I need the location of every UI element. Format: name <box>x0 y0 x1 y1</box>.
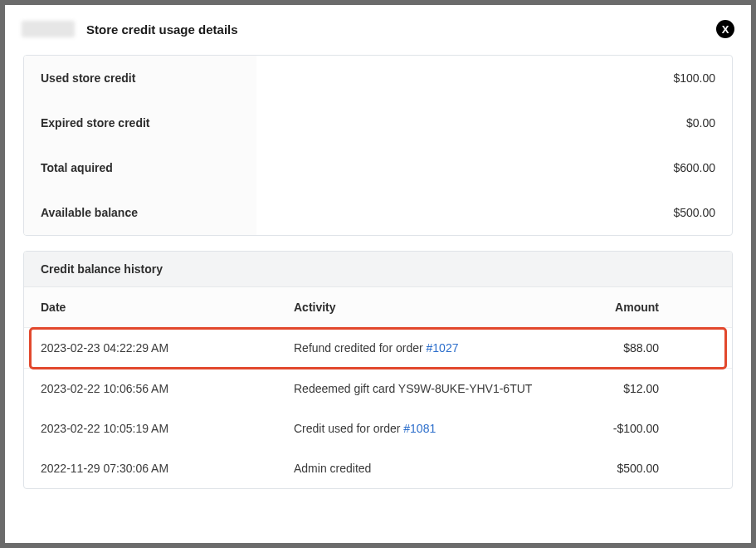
summary-row-acquired: Total aquired $600.00 <box>24 145 732 190</box>
table-row: 2022-11-29 07:30:06 AMAdmin credited$500… <box>24 448 732 488</box>
row-activity: Credit used for order #1081 <box>294 422 559 435</box>
activity-text: Redeemed gift card YS9W-8UKE-YHV1-6TUT <box>294 382 532 395</box>
history-table-header: Date Activity Amount <box>24 287 732 328</box>
modal-header: Store credit usage details X <box>22 20 734 38</box>
store-credit-modal: Store credit usage details X Used store … <box>5 5 751 543</box>
available-balance-value: $500.00 <box>673 206 715 219</box>
summary-row-available: Available balance $500.00 <box>24 190 732 235</box>
modal-title: Store credit usage details <box>86 22 238 37</box>
total-acquired-label: Total aquired <box>41 161 113 174</box>
expired-credit-label: Expired store credit <box>41 116 150 130</box>
close-icon: X <box>722 24 729 35</box>
summary-row-expired: Expired store credit $0.00 <box>24 100 732 145</box>
available-balance-label: Available balance <box>41 206 138 219</box>
activity-text: Credit used for order <box>294 422 403 435</box>
history-title: Credit balance history <box>24 252 732 287</box>
summary-card: Used store credit $100.00 Expired store … <box>23 55 733 236</box>
history-card: Credit balance history Date Activity Amo… <box>23 251 733 489</box>
row-date: 2022-11-29 07:30:06 AM <box>41 462 294 475</box>
history-row: 2023-02-22 10:06:56 AMRedeemed gift card… <box>24 369 732 409</box>
used-credit-value: $100.00 <box>673 71 715 85</box>
row-activity: Admin credited <box>294 462 559 475</box>
history-table: Date Activity Amount 2023-02-23 04:22:29… <box>24 287 732 488</box>
history-table-body: 2023-02-23 04:22:29 AMRefund credited fo… <box>24 328 732 488</box>
column-header-activity: Activity <box>294 301 559 314</box>
column-header-date: Date <box>41 301 294 314</box>
close-button[interactable]: X <box>716 20 734 38</box>
row-date: 2023-02-22 10:06:56 AM <box>41 382 294 395</box>
row-amount: $500.00 <box>559 462 659 475</box>
total-acquired-value: $600.00 <box>673 161 715 174</box>
column-header-amount: Amount <box>559 301 659 314</box>
logo <box>22 21 75 37</box>
used-credit-label: Used store credit <box>41 71 135 85</box>
order-link[interactable]: #1081 <box>403 422 436 435</box>
summary-row-used: Used store credit $100.00 <box>24 56 732 100</box>
history-row: 2023-02-22 10:05:19 AMCredit used for or… <box>24 409 732 448</box>
table-row: 2023-02-23 04:22:29 AMRefund credited fo… <box>24 328 732 369</box>
row-amount: $12.00 <box>559 382 659 395</box>
modal-header-left: Store credit usage details <box>22 21 238 37</box>
history-row: 2022-11-29 07:30:06 AMAdmin credited$500… <box>24 448 732 488</box>
row-amount: $88.00 <box>559 341 659 355</box>
row-date: 2023-02-23 04:22:29 AM <box>41 341 294 355</box>
table-row: 2023-02-22 10:06:56 AMRedeemed gift card… <box>24 369 732 409</box>
order-link[interactable]: #1027 <box>427 341 459 355</box>
row-amount: -$100.00 <box>559 422 659 435</box>
row-activity: Redeemed gift card YS9W-8UKE-YHV1-6TUT <box>294 382 559 395</box>
expired-credit-value: $0.00 <box>686 116 715 130</box>
table-row: 2023-02-22 10:05:19 AMCredit used for or… <box>24 409 732 448</box>
row-activity: Refund credited for order #1027 <box>294 341 559 355</box>
row-date: 2023-02-22 10:05:19 AM <box>41 422 294 435</box>
activity-text: Refund credited for order <box>294 341 427 355</box>
history-row: 2023-02-23 04:22:29 AMRefund credited fo… <box>24 328 732 369</box>
activity-text: Admin credited <box>294 462 371 475</box>
